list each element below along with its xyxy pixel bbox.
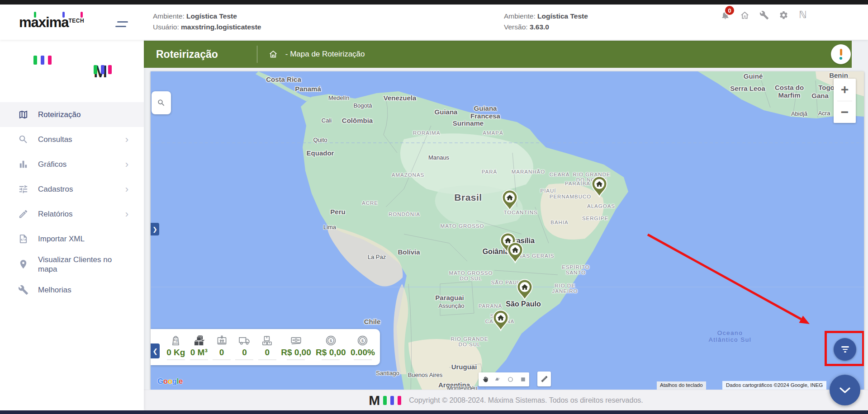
rectangle-draw-icon[interactable] xyxy=(517,372,529,386)
map-attribution: Dados cartográficos ©2024 Google, INEG xyxy=(722,381,826,390)
map-draw-toolbar xyxy=(479,372,529,386)
alert-button[interactable] xyxy=(831,44,851,64)
chevron-down-icon xyxy=(840,387,850,393)
map-marker-pin[interactable] xyxy=(506,242,524,263)
logo-bars-icon xyxy=(33,56,52,65)
sidebar-item-label: Melhorias xyxy=(38,285,71,295)
stat-value: 0 xyxy=(242,348,247,358)
logo-tick-pink xyxy=(81,12,83,18)
sidebar-item-label: Cadastros xyxy=(38,184,73,194)
stat-value: R$ 0,00 xyxy=(316,348,346,358)
usuario-value: maxstring.logisticateste xyxy=(181,23,261,31)
bell-icon[interactable]: 0 xyxy=(720,10,730,20)
page-title: Roteirização xyxy=(156,48,218,61)
sidebar-item-cadastros[interactable]: Cadastros› xyxy=(0,177,144,202)
home-icon[interactable] xyxy=(740,10,749,20)
pallet-icon xyxy=(261,334,274,347)
measure-ruler-icon[interactable] xyxy=(537,372,551,386)
routing-map[interactable]: Costa RicaPanamáMedelínBogotáVenezuelaGu… xyxy=(151,71,864,390)
percent-coin-icon: $ xyxy=(356,334,369,347)
stat-item: R$ 0,00 xyxy=(279,334,313,360)
footer-navy-strip xyxy=(0,410,868,414)
hamburger-menu-icon[interactable] xyxy=(115,20,128,28)
totals-panel-toggle[interactable]: ❮ xyxy=(151,343,160,358)
chevron-right-icon: › xyxy=(125,160,128,169)
stat-item: 0 M³ xyxy=(188,334,210,360)
environment-info-left: Ambiente: Logística Teste Usuário: maxst… xyxy=(153,11,261,33)
stat-value: 0 Kg xyxy=(166,348,185,358)
divider xyxy=(257,46,257,63)
sidebar-item-consultas[interactable]: Consultas› xyxy=(0,127,144,152)
chevron-right-icon: › xyxy=(125,185,128,194)
sidebar-item-label: Gráficos xyxy=(38,160,66,169)
svg-text:Kg: Kg xyxy=(174,339,178,342)
chart-icon xyxy=(18,159,29,170)
stat-value: 0 xyxy=(265,348,270,358)
maxima-tech-logo: maximaTECH xyxy=(19,14,96,33)
stat-item: 0 xyxy=(210,334,233,360)
sidebar-item-importar-xml[interactable]: Importar XML xyxy=(0,226,144,251)
page-header-bar: Roteirização - Mapa de Roteirização xyxy=(144,41,852,68)
cubes-icon xyxy=(192,334,205,347)
stat-item: $0.00% xyxy=(348,334,377,360)
sidebar-item-label: Consultas xyxy=(38,135,72,144)
chevron-right-icon: › xyxy=(125,210,128,219)
map-marker-pin[interactable] xyxy=(590,176,608,198)
zoom-out-button[interactable]: − xyxy=(834,101,856,123)
side-panel-toggle[interactable]: ❯ xyxy=(151,223,159,235)
zoom-in-button[interactable]: + xyxy=(834,79,856,101)
exclamation-icon xyxy=(840,49,842,56)
usuario-label: Usuário: xyxy=(153,23,179,31)
sidebar-item-label: Importar XML xyxy=(38,234,85,244)
chevron-right-icon: › xyxy=(125,135,128,144)
stat-value: 0.00% xyxy=(351,348,375,358)
logo-tick-green xyxy=(34,12,36,18)
wrench-icon xyxy=(18,285,29,296)
sidebar-item-melhorias[interactable]: Melhorias xyxy=(0,278,144,302)
sidebar-item-label: Relatórios xyxy=(38,209,73,219)
edit-icon xyxy=(18,209,29,220)
sidebar-logo: M xyxy=(0,40,144,90)
map-marker-pin[interactable] xyxy=(501,189,519,211)
keyboard-shortcuts-link[interactable]: Atalhos do teclado xyxy=(657,381,706,390)
sidebar-item-label: Visualizar Clientes no mapa xyxy=(38,255,119,274)
map-marker-pin[interactable] xyxy=(516,279,534,301)
sidebar-item-relatorios[interactable]: Relatórios› xyxy=(0,202,144,226)
map-search-button[interactable] xyxy=(152,91,171,114)
circle-draw-icon[interactable] xyxy=(504,372,517,386)
logo-bars-icon xyxy=(383,396,401,405)
app-header: maximaTECH Ambiente: Logística Teste Usu… xyxy=(0,5,868,40)
wrench-icon[interactable] xyxy=(759,10,769,20)
sidebar-item-label: Roteirização xyxy=(38,110,81,119)
sidebar-item-visualizar-clientes-no-mapa[interactable]: Visualizar Clientes no mapa xyxy=(0,251,144,278)
versao-label: Versão: xyxy=(504,23,528,31)
sidebar-item-graficos[interactable]: Gráficos› xyxy=(0,152,144,177)
stat-value: 0 xyxy=(219,348,224,358)
logo-suffix: TECH xyxy=(68,18,84,24)
n-icon[interactable]: ℕ xyxy=(798,10,808,20)
search-icon xyxy=(18,134,29,145)
notification-badge: 0 xyxy=(724,5,735,16)
money-icon xyxy=(289,334,303,347)
sidebar-item-roteirizacao[interactable]: Roteirização xyxy=(0,102,144,127)
totals-panel: Kg0 Kg0 M³000R$ 0,00$R$ 0,00$0.00% xyxy=(151,329,380,365)
gear-icon[interactable] xyxy=(778,10,788,20)
polygon-draw-icon[interactable] xyxy=(491,372,504,386)
pan-hand-icon[interactable] xyxy=(479,372,491,386)
app-footer: M Copyright © 2008-2024. Máxima Sistemas… xyxy=(144,390,868,410)
filter-button[interactable] xyxy=(834,338,856,361)
ambiente-label: Ambiente: xyxy=(504,12,536,20)
header-icon-row: 0ℕ xyxy=(720,10,808,20)
map-marker-pin[interactable] xyxy=(492,310,510,331)
logo-tick-blue xyxy=(62,12,65,18)
ambiente-value: Logística Teste xyxy=(537,12,588,20)
home-icon[interactable] xyxy=(268,49,278,59)
sidebar-menu: RoteirizaçãoConsultas›Gráficos›Cadastros… xyxy=(0,102,144,302)
logo-word: maxima xyxy=(19,14,68,30)
main-content: Roteirização - Mapa de Roteirização xyxy=(144,40,868,414)
copyright-text: Copyright © 2008-2024. Máxima Sistemas. … xyxy=(409,396,643,405)
top-black-strip xyxy=(0,0,868,5)
expand-panel-button[interactable] xyxy=(830,375,860,405)
svg-text:$: $ xyxy=(361,338,364,343)
svg-text:$: $ xyxy=(330,338,332,343)
